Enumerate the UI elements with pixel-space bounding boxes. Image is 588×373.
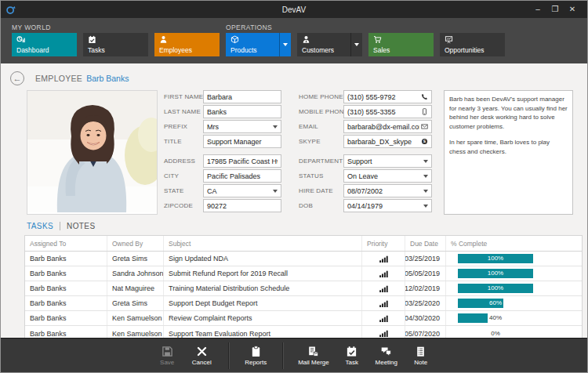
field-value: CA <box>207 187 273 195</box>
tile-tasks[interactable]: Tasks <box>83 33 148 56</box>
cell-percent-complete: 100% <box>446 281 582 295</box>
sales-icon <box>373 35 434 44</box>
field-label: STATUS <box>299 172 343 179</box>
field-label: DOB <box>299 202 343 209</box>
form-row: HIRE DATE08/07/2002 <box>299 184 432 197</box>
dropdown-caret-icon <box>273 190 278 193</box>
table-row[interactable]: Barb BanksGreta SimsSupport Dept Budget … <box>25 296 582 311</box>
field-zipcode[interactable]: 90272 <box>203 199 281 212</box>
bottom-toolbar: SaveCancelReportsMail MergeTaskMeetingNo… <box>1 338 587 372</box>
cell-percent-complete: 60% <box>446 296 582 310</box>
tile-opportunities[interactable]: Opportunities <box>440 33 505 56</box>
field-address[interactable]: 17985 Pacific Coast Hwy <box>203 154 281 168</box>
employee-photo <box>27 90 158 215</box>
column-header-subject[interactable]: Subject <box>164 236 362 251</box>
table-row[interactable]: Barb BanksNat MaguireeTraining Material … <box>25 281 582 296</box>
form-row: FIRST NAMEBarbara <box>164 90 281 103</box>
cancel-button[interactable]: Cancel <box>184 346 219 366</box>
column-header-owned-by[interactable]: Owned By <box>107 236 164 251</box>
column-header-due-date[interactable]: Due Date <box>405 236 446 251</box>
field-value: Pacific Palisades <box>207 172 278 180</box>
column-header-priority[interactable]: Priority <box>362 236 405 251</box>
progress-bar: 100% <box>458 269 533 278</box>
tab-notes[interactable]: NOTES <box>67 222 95 230</box>
table-row[interactable]: Barb BanksKen SamuelsonReview Complaint … <box>25 311 582 326</box>
field-prefix[interactable]: Mrs <box>203 120 281 133</box>
field-skype[interactable]: barbarab_DX_skypeS <box>343 135 432 148</box>
cell-subject: Training Material Distribution Schedule <box>164 281 362 295</box>
close-button[interactable]: ✕ <box>564 1 581 18</box>
field-label: ZIPCODE <box>164 202 203 209</box>
mail-merge-button[interactable]: Mail Merge <box>292 346 335 366</box>
minimize-button[interactable]: – <box>529 1 546 18</box>
form-row: HOME PHONE(310) 555-9792 <box>299 90 432 103</box>
cell-due-date: 05/05/2019 <box>405 266 446 281</box>
field-state[interactable]: CA <box>203 184 281 197</box>
cell-due-date: 05/07/2020 <box>405 326 446 338</box>
tile-employees[interactable]: Employees <box>154 33 220 56</box>
field-value: Mrs <box>207 123 273 131</box>
cancel-icon <box>196 346 208 357</box>
notes-paragraph: In her spare time, Barb loves to play ch… <box>449 138 568 156</box>
field-label: EMAIL <box>299 123 343 130</box>
field-label: PREFIX <box>164 123 203 130</box>
notes-panel[interactable]: Barb has been DevAV's support manager fo… <box>444 90 573 215</box>
entity-label: EMPLOYEE <box>35 74 82 83</box>
employees-icon <box>159 35 220 44</box>
field-value: 08/07/2002 <box>347 187 423 195</box>
toolbar-separator <box>228 342 229 369</box>
field-city[interactable]: Pacific Palisades <box>203 169 281 183</box>
field-dob[interactable]: 04/14/1979 <box>343 199 432 212</box>
tile-products[interactable]: Products <box>226 33 291 56</box>
tile-group-caption: MY WORLD <box>12 22 220 33</box>
detail-tabs: TASKSNOTES <box>1 218 587 234</box>
cell-priority <box>362 326 405 338</box>
column-header-complete[interactable]: % Complete <box>446 236 582 251</box>
cell-subject: Sign Updated NDA <box>164 252 362 266</box>
table-row[interactable]: Barb BanksSandra JohnsonSubmit Refund Re… <box>25 266 582 281</box>
back-button[interactable]: ← <box>10 71 24 85</box>
field-email[interactable]: barbarab@dx-email.com <box>343 120 432 133</box>
cell-due-date: 03/25/2019 <box>405 252 446 266</box>
tile-customers[interactable]: Customers <box>297 33 362 56</box>
tile-dropdown-arrow[interactable] <box>350 33 362 56</box>
form-column-left: FIRST NAMEBarbaraLAST NAMEBanksPREFIXMrs… <box>164 90 281 214</box>
field-hire-date[interactable]: 08/07/2002 <box>343 184 432 197</box>
mobile-icon <box>421 108 428 115</box>
tile-dashboard[interactable]: Dashboard <box>12 33 77 56</box>
reports-button[interactable]: Reports <box>238 346 273 366</box>
table-row[interactable]: Barb BanksKen SamuelsonSupport Team Eval… <box>25 326 582 338</box>
cell-owned-by: Greta Sims <box>107 252 164 266</box>
save-button[interactable]: Save <box>150 346 184 366</box>
cell-assigned-to: Barb Banks <box>25 281 107 295</box>
field-department[interactable]: Support <box>343 154 432 168</box>
field-home-phone[interactable]: (310) 555-9792 <box>343 90 432 103</box>
progress-label: 60% <box>458 299 533 308</box>
task-button[interactable]: Task <box>335 346 369 366</box>
field-status[interactable]: On Leave <box>343 169 432 183</box>
cell-due-date: 04/30/2020 <box>405 311 446 325</box>
form-row: TITLESupport Manager <box>164 135 281 148</box>
field-last-name[interactable]: Banks <box>203 105 281 118</box>
cell-subject: Review Complaint Reports <box>164 311 362 325</box>
cell-owned-by: Ken Samuelson <box>107 326 164 338</box>
form-row: CITYPacific Palisades <box>164 169 281 183</box>
column-header-assigned-to[interactable]: Assigned To <box>25 236 107 251</box>
tab-tasks[interactable]: TASKS <box>27 222 53 230</box>
field-value: Support <box>347 158 423 165</box>
field-value: Barbara <box>207 93 278 101</box>
tile-sales[interactable]: Sales <box>368 33 434 56</box>
maximize-button[interactable]: ❐ <box>546 1 564 18</box>
meeting-button[interactable]: Meeting <box>369 346 404 366</box>
phone-icon <box>421 93 428 100</box>
toolbar-button-label: Save <box>160 359 174 366</box>
table-row[interactable]: Barb BanksGreta SimsSign Updated NDA03/2… <box>25 252 582 266</box>
field-mobile-phone[interactable]: (310) 555-3355 <box>343 105 432 118</box>
field-first-name[interactable]: Barbara <box>203 90 281 103</box>
tile-dropdown-arrow[interactable] <box>279 33 291 56</box>
priority-normal-icon <box>379 255 388 263</box>
toolbar-button-label: Reports <box>245 359 267 366</box>
form-row: PREFIXMrs <box>164 120 281 133</box>
note-button[interactable]: Note <box>404 346 438 366</box>
field-title[interactable]: Support Manager <box>203 135 281 148</box>
